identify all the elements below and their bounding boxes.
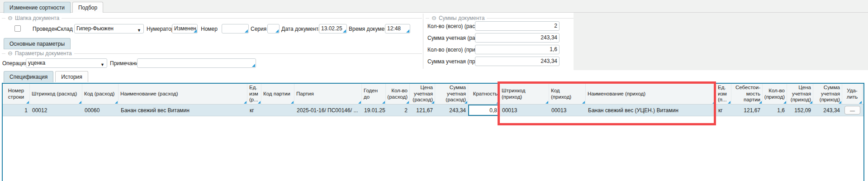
proveden-label: Проведен	[33, 25, 57, 33]
table-cell[interactable]: 152,09	[787, 105, 813, 116]
specification-table: Номер строки Штрихкод (расход) Код (расх…	[2, 83, 864, 181]
tab-osnovnye-parametry[interactable]: Основные параметры	[4, 38, 71, 49]
operation-select[interactable]: уценка ▼	[26, 58, 107, 68]
collapse-icon[interactable]: ⊖	[8, 51, 13, 56]
table-row[interactable]: 1 00012 00060 Банан свежий вес Витамин к…	[3, 105, 863, 116]
table-cell[interactable]: 19.01.25	[362, 105, 386, 116]
vertical-divider	[423, 14, 423, 69]
group-title: Суммы документа	[439, 15, 485, 21]
sort-corner-icon	[79, 101, 81, 104]
table-cell[interactable]: 00013	[500, 105, 549, 116]
data-dokumenta-label: Дата документа	[281, 25, 321, 33]
column-header[interactable]: Сумма учетная (расход)	[435, 84, 468, 104]
column-header[interactable]: Цена учетная (приход)	[787, 84, 813, 104]
sort-corner-icon	[839, 101, 841, 104]
table-cell[interactable]: кг	[247, 105, 261, 116]
field-corner-icon	[194, 29, 197, 33]
proveden-checkbox[interactable]	[14, 25, 21, 32]
nomer-label: Номер	[201, 25, 218, 33]
table-cell[interactable]: 00013	[549, 105, 586, 116]
table-cell[interactable]: 121,67	[731, 105, 763, 116]
table-cell[interactable]: 1	[3, 105, 30, 116]
chevron-down-icon: ▼	[137, 26, 141, 33]
column-header[interactable]: Номер строки	[3, 84, 30, 104]
sort-corner-icon	[496, 101, 499, 104]
vremya-dokumenta-field[interactable]: 12:48	[385, 24, 410, 33]
sklad-label: Склад	[57, 25, 73, 33]
sort-corner-icon	[406, 101, 409, 104]
sort-corner-icon	[291, 101, 294, 104]
table-cell[interactable]: 121,67	[410, 105, 435, 116]
column-header[interactable]: Цена учетная (расход)	[410, 84, 435, 104]
tab-podbor[interactable]: Подбор	[72, 2, 103, 13]
sort-corner-icon	[859, 101, 862, 104]
column-header[interactable]: Себестои- мость партии	[731, 84, 763, 104]
collapse-icon[interactable]: ⊖	[432, 15, 436, 21]
seriya-label: Серия	[251, 25, 266, 33]
tab-istoriya[interactable]: История	[55, 71, 88, 82]
sort-corner-icon	[358, 101, 361, 104]
table-cell[interactable]: 243,34	[435, 105, 468, 116]
field-corner-icon	[245, 29, 248, 33]
column-header[interactable]: Кол-во (расход)	[386, 84, 410, 104]
group-title: Шапка документа	[15, 15, 59, 21]
column-header[interactable]: Код (расход)	[82, 84, 119, 104]
field-corner-icon	[252, 64, 255, 67]
column-header[interactable]: Годен до	[362, 84, 386, 104]
column-header[interactable]: Сумма учетная (приход)	[813, 84, 842, 104]
field-corner-icon	[406, 29, 409, 33]
kratnost-cell-editor[interactable]: 0,8	[468, 105, 500, 116]
column-header[interactable]: Кол-во (приход)	[763, 84, 787, 104]
table-cell[interactable]: 2	[386, 105, 410, 116]
sort-corner-icon	[465, 101, 467, 104]
sklad-select[interactable]: Гипер-Фьюжен ▼	[74, 24, 144, 33]
column-header[interactable]: Штрихкод (приход)	[500, 84, 549, 104]
group-parametry-dokumenta: ⊖ Параметры документа	[2, 50, 422, 57]
sort-corner-icon	[545, 101, 548, 104]
sort-corner-icon	[244, 101, 247, 104]
table-cell[interactable]: 00012	[30, 105, 82, 116]
table-cell: —	[842, 105, 863, 116]
table-cell[interactable]: Банан свежий вес (УЦЕН.) Витамин	[586, 105, 716, 116]
tab-izmenenie-sortnosti[interactable]: Изменение сортности	[4, 2, 71, 13]
sum-row-value[interactable]: 2	[475, 21, 560, 31]
column-header[interactable]: Код партии	[261, 84, 294, 104]
data-dokumenta-field[interactable]: 13.02.25	[319, 24, 347, 33]
column-header[interactable]: Наименование (приход)	[586, 84, 716, 104]
field-corner-icon	[343, 29, 346, 33]
sort-corner-icon	[783, 101, 786, 104]
operation-label: Операция	[2, 60, 28, 67]
field-corner-icon	[275, 29, 279, 33]
note-field[interactable]	[137, 58, 256, 68]
column-header[interactable]: Уда- лить	[842, 84, 863, 104]
column-header[interactable]: Партия	[294, 84, 362, 104]
numerator-field[interactable]: Изменен	[172, 24, 198, 33]
sort-corner-icon	[728, 101, 730, 104]
table-cell[interactable]: 243,34	[813, 105, 842, 116]
seriya-field[interactable]	[267, 24, 280, 33]
column-header[interactable]: Ед. изм (р...	[247, 84, 261, 104]
table-cell[interactable]: 1,6	[763, 105, 787, 116]
table-cell[interactable]	[261, 105, 294, 116]
table-cell[interactable]: Банан свежий вес Витамин	[119, 105, 247, 116]
tab-specifikaciya[interactable]: Спецификация	[4, 71, 53, 82]
column-header[interactable]: Ед. изм (п...	[716, 84, 731, 104]
delete-row-button[interactable]: —	[844, 106, 860, 114]
table-cell[interactable]: 00060	[82, 105, 119, 116]
table-cell[interactable]: кг	[716, 105, 731, 116]
table-header-row: Номер строки Штрихкод (расход) Код (расх…	[3, 84, 863, 105]
column-header[interactable]: Код (приход)	[549, 84, 586, 104]
nomer-field[interactable]	[222, 24, 249, 33]
sum-row-value[interactable]: 243,34	[475, 33, 560, 43]
column-header[interactable]: Кратность	[468, 84, 500, 104]
sum-row-value[interactable]: 243,34	[475, 57, 560, 66]
chevron-down-icon: ▼	[100, 61, 104, 68]
column-header[interactable]: Наименование (расход)	[119, 84, 247, 104]
collapse-icon[interactable]: ⊖	[8, 15, 13, 21]
sort-corner-icon	[382, 101, 385, 104]
sum-row-value[interactable]: 1,6	[475, 45, 560, 54]
sort-corner-icon	[712, 101, 715, 104]
column-header[interactable]: Штрихкод (расход)	[30, 84, 82, 104]
table-cell: 0,8	[468, 105, 500, 116]
table-cell[interactable]: 2025-01-16/ ПС00146/ ...	[294, 105, 362, 116]
